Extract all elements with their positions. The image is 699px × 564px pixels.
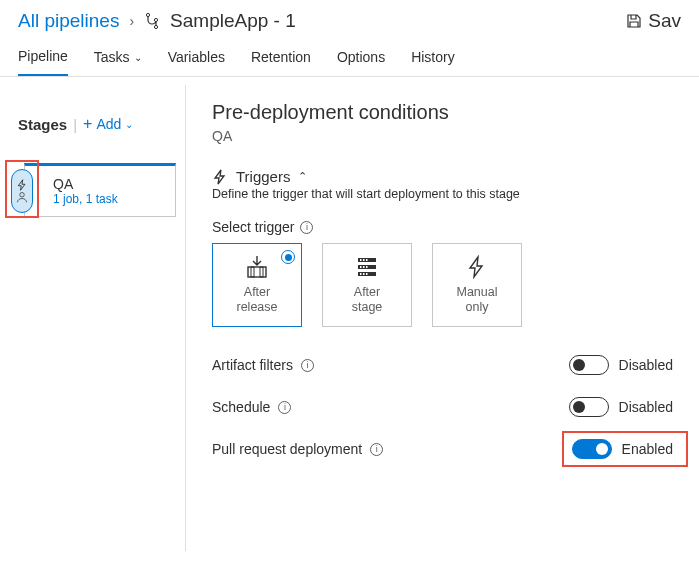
add-stage-label: Add — [96, 116, 121, 132]
tab-tasks[interactable]: Tasks ⌄ — [94, 49, 142, 75]
svg-rect-13 — [360, 266, 362, 268]
svg-rect-5 — [251, 267, 254, 277]
tab-tasks-label: Tasks — [94, 49, 130, 65]
trigger-after-stage[interactable]: After stage — [322, 243, 412, 327]
trigger-options: After release After stage Manual only — [212, 243, 673, 327]
info-icon[interactable]: i — [370, 443, 383, 456]
pull-request-label: Pull request deployment — [212, 441, 362, 457]
chevron-down-icon: ⌄ — [125, 119, 133, 130]
trigger-label: Manual only — [457, 285, 498, 315]
triggers-description: Define the trigger that will start deplo… — [212, 187, 673, 201]
svg-rect-16 — [360, 273, 362, 275]
pipeline-icon — [144, 13, 160, 29]
artifact-filters-toggle[interactable] — [569, 355, 609, 375]
add-stage-button[interactable]: + Add ⌄ — [83, 115, 133, 133]
schedule-row: Schedule i Disabled — [212, 397, 673, 417]
chevron-up-icon: ⌃ — [298, 170, 307, 183]
trigger-label: After stage — [352, 285, 383, 315]
stage-meta-link[interactable]: 1 job, 1 task — [53, 192, 118, 206]
schedule-label: Schedule — [212, 399, 270, 415]
svg-rect-11 — [363, 259, 365, 261]
pipeline-title: SampleApp - 1 — [170, 10, 296, 32]
panel-title: Pre-deployment conditions — [212, 101, 673, 124]
trigger-manual-only[interactable]: Manual only — [432, 243, 522, 327]
svg-rect-10 — [360, 259, 362, 261]
trigger-after-release[interactable]: After release — [212, 243, 302, 327]
plus-icon: + — [83, 115, 92, 133]
select-trigger-label: Select trigger — [212, 219, 294, 235]
after-stage-icon — [354, 255, 380, 279]
tab-history[interactable]: History — [411, 49, 455, 75]
schedule-toggle[interactable] — [569, 397, 609, 417]
svg-rect-15 — [366, 266, 368, 268]
stage-name: QA — [53, 176, 118, 192]
svg-rect-14 — [363, 266, 365, 268]
breadcrumb-root[interactable]: All pipelines — [18, 10, 119, 32]
tab-options[interactable]: Options — [337, 49, 385, 75]
tab-pipeline[interactable]: Pipeline — [18, 48, 68, 76]
save-icon — [626, 13, 642, 29]
pull-request-row: Pull request deployment i Enabled — [212, 439, 673, 459]
svg-point-0 — [146, 13, 149, 16]
conditions-panel: Pre-deployment conditions QA Triggers ⌃ … — [186, 77, 699, 551]
svg-rect-6 — [260, 267, 263, 277]
trigger-icon — [16, 179, 28, 191]
artifact-filters-row: Artifact filters i Disabled — [212, 355, 673, 375]
info-icon[interactable]: i — [278, 401, 291, 414]
svg-rect-18 — [366, 273, 368, 275]
svg-point-3 — [20, 193, 25, 198]
trigger-icon — [212, 169, 228, 185]
tab-variables[interactable]: Variables — [168, 49, 225, 75]
tabs: Pipeline Tasks ⌄ Variables Retention Opt… — [0, 38, 699, 77]
save-label: Sav — [648, 10, 681, 32]
chevron-right-icon: › — [129, 13, 134, 29]
radio-icon — [281, 250, 295, 264]
triggers-header-label: Triggers — [236, 168, 290, 185]
svg-point-2 — [154, 18, 157, 21]
toggle-state-label: Disabled — [619, 399, 673, 415]
toggle-state-label: Enabled — [622, 441, 673, 457]
svg-point-1 — [154, 25, 157, 28]
stages-header: Stages — [18, 116, 67, 133]
manual-only-icon — [466, 255, 488, 279]
info-icon[interactable]: i — [301, 359, 314, 372]
user-icon — [16, 191, 28, 203]
svg-rect-17 — [363, 273, 365, 275]
stages-panel: Stages | + Add ⌄ QA 1 job, 1 task — [0, 85, 186, 551]
toggle-state-label: Disabled — [619, 357, 673, 373]
info-icon[interactable]: i — [300, 221, 313, 234]
trigger-label: After release — [237, 285, 278, 315]
pull-request-toggle[interactable] — [572, 439, 612, 459]
after-release-icon — [244, 255, 270, 279]
tab-retention[interactable]: Retention — [251, 49, 311, 75]
triggers-section-header[interactable]: Triggers ⌃ — [212, 168, 673, 185]
artifact-filters-label: Artifact filters — [212, 357, 293, 373]
stage-card-qa[interactable]: QA 1 job, 1 task — [24, 163, 176, 217]
breadcrumb: All pipelines › SampleApp - 1 Sav — [0, 0, 699, 38]
pre-deployment-conditions-button[interactable] — [11, 169, 33, 213]
chevron-down-icon: ⌄ — [134, 52, 142, 63]
panel-stage-name: QA — [212, 128, 673, 144]
save-button[interactable]: Sav — [626, 10, 681, 32]
svg-rect-12 — [366, 259, 368, 261]
